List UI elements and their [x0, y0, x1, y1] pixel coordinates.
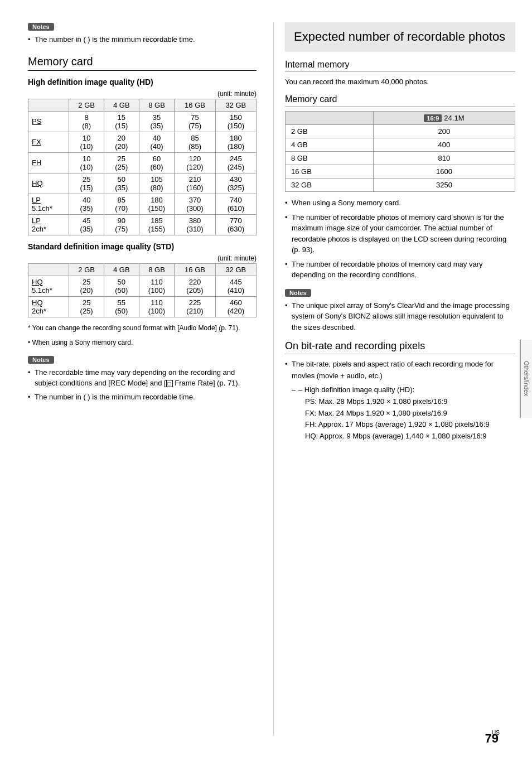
row-label-lp51: LP5.1ch* [28, 194, 69, 214]
hd-table: 2 GB 4 GB 8 GB 16 GB 32 GB PS 8(8) 15(15… [28, 99, 257, 235]
photo-col-empty [286, 112, 374, 125]
cell: 25(20) [69, 276, 104, 296]
cell: 770(630) [215, 214, 256, 235]
photo-table: 16:924.1M 2 GB 200 4 GB 400 8 GB 810 [285, 111, 515, 192]
memory-card-title: Memory card [28, 55, 257, 71]
top-note-item: The number in ( ) is the minimum recorda… [28, 34, 257, 45]
cell: 210(160) [175, 173, 215, 194]
cell: 105(80) [139, 173, 175, 194]
cell: 185(155) [139, 214, 175, 235]
hd-col-2gb: 2 GB [69, 99, 104, 111]
table-row: 4 GB 400 [286, 138, 515, 152]
std-col-4gb: 4 GB [104, 263, 139, 276]
row-label-ps: PS [28, 111, 69, 132]
photo-row-4gb: 4 GB [286, 138, 374, 152]
table-row: HQ2ch* 25(25) 55(50) 110(100) 225(210) 4… [28, 296, 257, 317]
table-row: LP5.1ch* 40(35) 85(70) 180(150) 370(300)… [28, 194, 257, 214]
photo-val-16gb: 1600 [373, 165, 515, 179]
cell: 150(150) [215, 111, 256, 132]
asterisk-note-2: • When using a Sony memory card. [28, 337, 257, 348]
cell: 120(120) [175, 152, 215, 173]
sidebar-label: Others/Index [520, 340, 532, 418]
bitrate-fh: FH: Approx. 17 Mbps (average) 1,920 × 1,… [285, 419, 515, 431]
photo-val-8gb: 810 [373, 152, 515, 165]
cell: 50(35) [104, 173, 139, 194]
cell: 60(60) [139, 152, 175, 173]
photo-note-3: The number of recordable photos of memor… [285, 259, 515, 281]
photo-val-4gb: 400 [373, 138, 515, 152]
cell: 220(205) [175, 276, 215, 296]
cell: 110(100) [139, 296, 175, 317]
hd-unit: (unit: minute) [28, 90, 257, 98]
right-note-1: The unique pixel array of Sony's ClearVi… [285, 300, 515, 333]
cell: 35(35) [139, 111, 175, 132]
row-label-fh: FH [28, 152, 69, 173]
cell: 15(15) [104, 111, 139, 132]
row-label-hq51: HQ5.1ch* [28, 276, 69, 296]
std-col-32gb: 32 GB [215, 263, 256, 276]
cell: 445(410) [215, 276, 256, 296]
hd-col-16gb: 16 GB [175, 99, 215, 111]
right-memory-card-title: Memory card [285, 94, 515, 107]
cell: 20(20) [104, 132, 139, 152]
internal-memory-title: Internal memory [285, 60, 515, 72]
hd-col-empty [28, 99, 69, 111]
cell: 225(210) [175, 296, 215, 317]
photo-val-2gb: 200 [373, 125, 515, 138]
cell: 180(180) [215, 132, 256, 152]
row-label-fx: FX [28, 132, 69, 152]
hd-col-8gb: 8 GB [139, 99, 175, 111]
cell: 180(150) [139, 194, 175, 214]
cell: 380(310) [175, 214, 215, 235]
table-row: 16 GB 1600 [286, 165, 515, 179]
cell: 25(15) [69, 173, 104, 194]
std-col-16gb: 16 GB [175, 263, 215, 276]
bitrate-item-1: The bit-rate, pixels and aspect ratio of… [285, 359, 515, 382]
cell: 85(70) [104, 194, 139, 214]
top-notes-badge: Notes [28, 23, 54, 31]
cell: 50(50) [104, 276, 139, 296]
cell: 55(50) [104, 296, 139, 317]
cell: 90(75) [104, 214, 139, 235]
table-row: PS 8(8) 15(15) 35(35) 75(75) 150(150) [28, 111, 257, 132]
photo-note-1: When using a Sony memory card. [285, 197, 515, 209]
cell: 40(40) [139, 132, 175, 152]
cell: 25(25) [104, 152, 139, 173]
table-row: LP2ch* 45(35) 90(75) 185(155) 380(310) 7… [28, 214, 257, 235]
std-subtitle: Standard definition image quality (STD) [28, 242, 257, 251]
right-notes-badge: Notes [285, 289, 311, 297]
top-notes-section: Notes The number in ( ) is the minimum r… [28, 22, 257, 45]
std-col-2gb: 2 GB [69, 263, 104, 276]
row-label-hq: HQ [28, 173, 69, 194]
table-row: 2 GB 200 [286, 125, 515, 138]
table-row: 8 GB 810 [286, 152, 515, 165]
table-row: HQ5.1ch* 25(20) 50(50) 110(100) 220(205)… [28, 276, 257, 296]
cell: 370(300) [175, 194, 215, 214]
photo-row-32gb: 32 GB [286, 179, 374, 192]
hd-col-32gb: 32 GB [215, 99, 256, 111]
photo-row-2gb: 2 GB [286, 125, 374, 138]
cell: 460(420) [215, 296, 256, 317]
cell: 45(35) [69, 214, 104, 235]
photo-row-8gb: 8 GB [286, 152, 374, 165]
cell: 740(610) [215, 194, 256, 214]
cell: 430(325) [215, 173, 256, 194]
std-col-8gb: 8 GB [139, 263, 175, 276]
cell: 110(100) [139, 276, 175, 296]
photo-header-res: 24.1M [444, 114, 464, 122]
photo-col-res: 16:924.1M [373, 112, 515, 125]
cell: 85(85) [175, 132, 215, 152]
cell: 245(245) [215, 152, 256, 173]
row-label-lp2: LP2ch* [28, 214, 69, 235]
table-row: FH 10(10) 25(25) 60(60) 120(120) 245(245… [28, 152, 257, 173]
table-row: 32 GB 3250 [286, 179, 515, 192]
hd-subtitle: High definition image quality (HD) [28, 78, 257, 86]
photo-val-32gb: 3250 [373, 179, 515, 192]
right-column: Expected number of recordable photos Int… [273, 22, 532, 735]
bitrate-ps: PS: Max. 28 Mbps 1,920 × 1,080 pixels/16… [285, 396, 515, 408]
cell: 10(10) [69, 132, 104, 152]
bottom-notes-badge: Notes [28, 356, 54, 364]
bottom-note-1: The recordable time may vary depending o… [28, 367, 257, 389]
asterisk-note-1: * You can change the recording sound for… [28, 323, 257, 333]
internal-memory-body: You can record the maximum 40,000 photos… [285, 76, 515, 88]
